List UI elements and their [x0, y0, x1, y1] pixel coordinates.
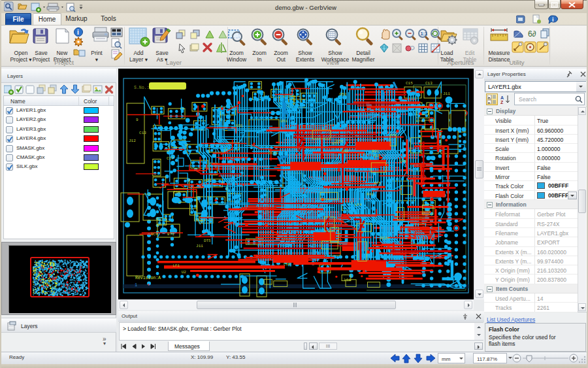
svg-text:LF1: LF1 — [172, 263, 180, 268]
svg-text:R21: R21 — [372, 149, 379, 154]
svg-text:LF4: LF4 — [355, 203, 362, 207]
svg-text:BT1: BT1 — [167, 232, 174, 237]
svg-text:9: 9 — [136, 118, 139, 122]
svg-text:DC10: DC10 — [269, 151, 278, 156]
svg-text:i: i — [552, 16, 554, 23]
svg-text:U51: U51 — [280, 119, 287, 124]
svg-text:DC4: DC4 — [151, 232, 158, 237]
svg-text:R43: R43 — [367, 192, 374, 197]
svg-text:L14: L14 — [344, 278, 351, 282]
svg-text:U53: U53 — [332, 141, 339, 146]
svg-text:U31: U31 — [236, 124, 243, 128]
svg-text:1: 1 — [135, 282, 137, 288]
svg-text:R74: R74 — [416, 119, 423, 124]
svg-text:DT5: DT5 — [204, 239, 211, 243]
svg-text:C64: C64 — [284, 262, 291, 267]
svg-text:S.No.:: S.No.: — [134, 86, 149, 90]
svg-text:U52: U52 — [339, 92, 346, 97]
svg-text:Z: Z — [500, 100, 504, 105]
svg-text:J11: J11 — [196, 244, 203, 248]
svg-text:i: i — [77, 29, 79, 36]
svg-text:C15: C15 — [373, 154, 380, 158]
svg-text:U2: U2 — [182, 270, 187, 275]
svg-text:J11: J11 — [443, 92, 450, 96]
svg-text:C15: C15 — [406, 81, 413, 86]
svg-text:U20: U20 — [399, 159, 406, 163]
svg-text:R75: R75 — [374, 181, 381, 186]
svg-text:6∂: 6∂ — [528, 29, 536, 39]
svg-text:A: A — [500, 95, 504, 100]
svg-text:C16: C16 — [173, 190, 180, 195]
svg-text:J12: J12 — [129, 139, 136, 143]
svg-text:C13: C13 — [139, 131, 146, 135]
svg-text:U32: U32 — [341, 149, 348, 154]
svg-text:U73: U73 — [423, 210, 431, 214]
svg-text:RP3: RP3 — [204, 178, 212, 183]
svg-text:1:1: 1:1 — [420, 31, 427, 37]
svg-text:+: + — [147, 282, 150, 288]
svg-text:DC26: DC26 — [380, 236, 389, 241]
svg-text:C17: C17 — [167, 156, 174, 161]
svg-text:C13: C13 — [425, 81, 433, 86]
svg-text:Revision:A: Revision:A — [135, 276, 161, 280]
